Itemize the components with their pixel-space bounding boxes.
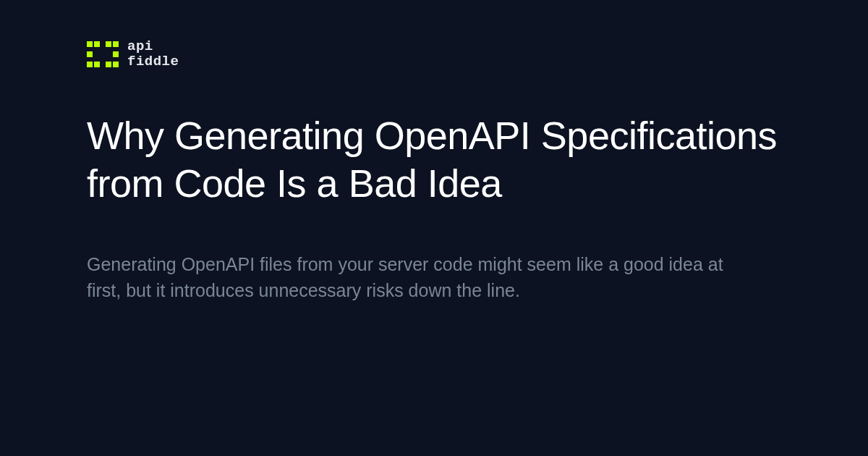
svg-rect-5 (106, 41, 111, 47)
svg-rect-1 (87, 51, 93, 57)
svg-rect-3 (94, 41, 100, 47)
logo-text-line2: fiddle (127, 55, 179, 69)
logo-wordmark: api fiddle (127, 40, 179, 69)
svg-rect-0 (87, 41, 93, 47)
svg-rect-4 (94, 62, 100, 67)
svg-rect-7 (113, 41, 119, 47)
svg-rect-6 (106, 62, 111, 67)
article-title: Why Generating OpenAPI Specifications fr… (87, 112, 781, 208)
svg-rect-2 (87, 62, 93, 67)
svg-rect-8 (113, 51, 119, 57)
brand-logo: api fiddle (87, 40, 781, 69)
logo-icon (87, 41, 119, 67)
logo-text-line1: api (127, 40, 179, 54)
article-description: Generating OpenAPI files from your serve… (87, 251, 752, 304)
svg-rect-9 (113, 62, 119, 67)
